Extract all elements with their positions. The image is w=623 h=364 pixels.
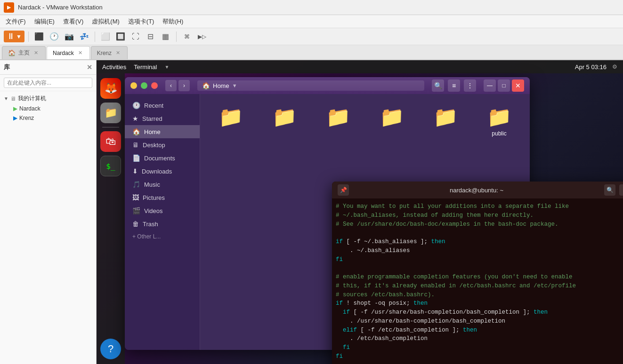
vm-icon-krenz: ▶ <box>13 115 17 121</box>
term-line-12: if ! shopt -oq posix; then <box>336 299 623 308</box>
snapshot-manage[interactable]: 📷 <box>63 30 76 43</box>
fm-path-text: Home <box>213 82 229 89</box>
tree-item-nardack[interactable]: ▶ Nardack <box>0 104 96 113</box>
term-line-14: . /usr/share/bash-completion/bash_comple… <box>336 317 623 326</box>
menu-tabs[interactable]: 选项卡(T) <box>124 16 158 27</box>
view-unity[interactable]: 🔲 <box>114 30 127 43</box>
fm-folder-public[interactable]: 📁 public <box>476 102 522 141</box>
library-close-button[interactable]: ✕ <box>87 63 92 71</box>
tab-home[interactable]: 🏠 主页 ✕ <box>2 46 46 59</box>
terminal-window: 📌 nardack@ubuntu: ~ 🔍 ≡ — □ ✕ # You may … <box>332 182 623 364</box>
fm-view-button[interactable]: ≡ <box>448 79 460 92</box>
fm-win-maximize[interactable]: □ <box>498 79 510 92</box>
toolbar-separator-3 <box>176 32 177 42</box>
fm-minimize-button[interactable] <box>130 82 137 89</box>
starred-icon: ★ <box>132 115 138 122</box>
terminal-body[interactable]: # You may want to put all your additions… <box>332 198 623 364</box>
fm-forward-button[interactable]: › <box>178 80 190 91</box>
fm-sidebar-videos[interactable]: 🎬 Videos <box>125 204 200 217</box>
fm-win-minimize[interactable]: — <box>484 79 496 92</box>
desktop-icon-sidebar: 🖥 <box>132 141 139 149</box>
fm-folder-4[interactable]: 📁 <box>369 102 415 141</box>
terminal-dropdown-icon[interactable]: ▼ <box>164 64 169 70</box>
term-line-8 <box>336 264 623 273</box>
menu-view[interactable]: 查看(V) <box>59 16 87 27</box>
view-stretch[interactable]: ⊟ <box>144 30 157 43</box>
term-line-4 <box>336 229 623 237</box>
console-btn[interactable]: ▦ <box>159 30 172 43</box>
ubuntu-topbar-right: Apr 5 03:16 ⚙ <box>575 63 617 71</box>
fm-sidebar-trash[interactable]: 🗑 Trash <box>125 217 200 230</box>
fm-more-button[interactable]: ⋮ <box>464 79 476 92</box>
term-line-2: # ~/.bash_aliases, instead of adding the… <box>336 211 623 220</box>
menu-vm[interactable]: 虚拟机(M) <box>88 16 123 27</box>
tab-krenz-close[interactable]: ✕ <box>114 49 121 56</box>
fm-folder-5[interactable]: 📁 <box>422 102 469 141</box>
tab-krenz[interactable]: Krenz ✕ <box>91 46 128 59</box>
recent-icon: 🕐 <box>132 102 140 109</box>
fm-back-button[interactable]: ‹ <box>165 80 177 91</box>
menu-help[interactable]: 帮助(H) <box>159 16 187 27</box>
fm-close-button[interactable] <box>151 82 158 89</box>
fm-sidebar-desktop[interactable]: 🖥 Desktop <box>125 138 200 151</box>
view-more[interactable]: ▶▷ <box>195 30 209 43</box>
dock-files[interactable]: 📁 <box>100 103 121 123</box>
documents-icon: 📄 <box>132 154 140 162</box>
view-fullscreen[interactable]: ⛶ <box>129 30 142 43</box>
menu-edit[interactable]: 编辑(E) <box>31 16 58 27</box>
fm-folder-3[interactable]: 📁 <box>315 102 361 141</box>
view-normal[interactable]: ⬜ <box>99 30 112 43</box>
ubuntu-desktop[interactable]: Activities Terminal ▼ Apr 5 03:16 ⚙ 🦊 📁 <box>97 60 623 364</box>
fm-sidebar-home-label: Home <box>144 128 161 135</box>
terminal-menu-item[interactable]: Terminal <box>134 63 157 71</box>
terminal-pin-button[interactable]: 📌 <box>338 184 349 196</box>
suspend-button[interactable]: 💤 <box>78 30 91 43</box>
vmware-logo: ▶ <box>4 2 14 13</box>
dock-appstore[interactable]: 🛍 <box>100 131 121 152</box>
fm-maximize-button[interactable] <box>141 82 147 89</box>
toolbar-separator-2 <box>95 32 95 42</box>
main-area: 库 ✕ ▼ 🖥 我的计算机 ▶ Nardack ▶ Krenz <box>0 60 623 364</box>
fm-sidebar-recent[interactable]: 🕐 Recent <box>125 99 200 112</box>
menu-file[interactable]: 文件(F) <box>2 16 30 27</box>
fm-folder-2[interactable]: 📁 <box>261 102 307 141</box>
fm-sidebar-pictures[interactable]: 🖼 Pictures <box>125 191 200 204</box>
fm-sidebar-starred[interactable]: ★ Starred <box>125 112 200 125</box>
pause-button[interactable]: ⏸▼ <box>4 31 24 42</box>
terminal-search-button[interactable]: 🔍 <box>604 184 615 196</box>
fm-win-close[interactable]: ✕ <box>512 79 524 92</box>
fm-sidebar: 🕐 Recent ★ Starred 🏠 Home 🖥 <box>125 94 200 350</box>
fm-path-bar[interactable]: 🏠 Home ▼ <box>197 80 424 91</box>
library-header: 库 ✕ <box>0 60 96 75</box>
activities-button[interactable]: Activities <box>102 63 126 71</box>
term-line-16: . /etc/bash_completion <box>336 334 623 343</box>
pictures-icon: 🖼 <box>132 194 139 201</box>
dock-terminal[interactable]: $_ <box>100 156 121 176</box>
folder-2-icon: 📁 <box>272 105 297 128</box>
tree-item-krenz[interactable]: ▶ Krenz <box>0 113 96 123</box>
tree-item-my-computer[interactable]: ▼ 🖥 我的计算机 <box>0 93 96 104</box>
tab-nardack-close[interactable]: ✕ <box>77 49 84 56</box>
fm-sidebar-other-locations[interactable]: + Other L... <box>125 230 200 243</box>
tab-home-close[interactable]: ✕ <box>32 49 40 56</box>
tab-krenz-label: Krenz <box>97 50 112 56</box>
fm-sidebar-documents[interactable]: 📄 Documents <box>125 151 200 165</box>
terminal-menu-button[interactable]: ≡ <box>619 184 623 196</box>
snapshot-button[interactable]: 🕐 <box>48 30 61 43</box>
vm-display[interactable]: Activities Terminal ▼ Apr 5 03:16 ⚙ 🦊 📁 <box>97 60 623 364</box>
fm-search-button[interactable]: 🔍 <box>432 79 444 92</box>
fm-sidebar-music[interactable]: 🎵 Music <box>125 178 200 191</box>
dock-help[interactable]: ? <box>100 339 121 359</box>
fm-sidebar-home[interactable]: 🏠 Home <box>125 125 200 138</box>
tab-nardack[interactable]: Nardack ✕ <box>47 46 90 59</box>
tree-my-computer-label: 我的计算机 <box>18 95 46 103</box>
toolbar-separator-1 <box>28 32 29 42</box>
fm-sidebar-downloads[interactable]: ⬇ Downloads <box>125 165 200 178</box>
dock-firefox[interactable]: 🦊 <box>100 78 121 99</box>
fm-folder-1[interactable]: 📁 <box>208 102 254 141</box>
power-button[interactable]: ⬛ <box>32 30 46 43</box>
ubuntu-topbar-left: Activities Terminal ▼ <box>102 63 169 71</box>
send-ctrlaltdel[interactable]: ⌘ <box>180 30 194 43</box>
library-search-input[interactable] <box>4 78 92 88</box>
vmware-toolbar: ⏸▼ ⬛ 🕐 📷 💤 ⬜ 🔲 ⛶ ⊟ ▦ ⌘ ▶▷ <box>0 28 623 45</box>
